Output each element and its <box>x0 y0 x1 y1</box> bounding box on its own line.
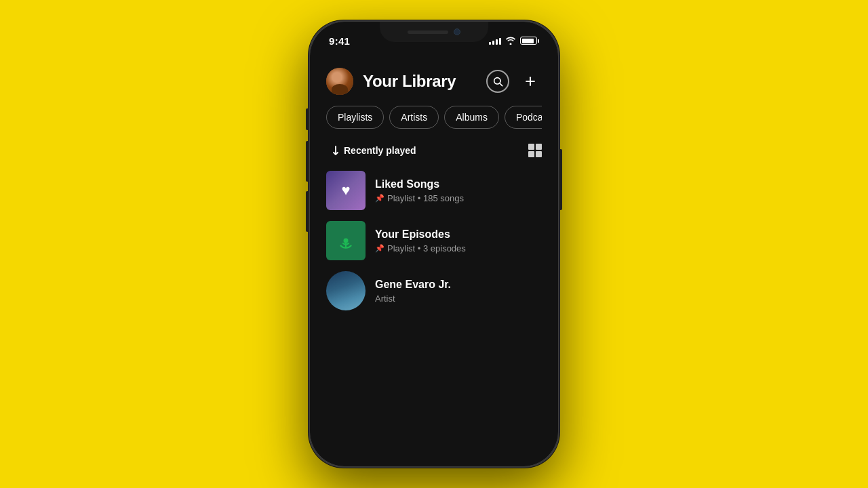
power-button[interactable] <box>559 149 562 210</box>
battery-icon <box>520 37 539 45</box>
liked-songs-info: Liked Songs 📌 Playlist • 185 songs <box>375 178 542 203</box>
search-button[interactable] <box>486 70 509 93</box>
podcast-wave-icon <box>336 231 355 250</box>
liked-songs-thumbnail: ♥ <box>326 171 366 210</box>
artist-image <box>326 271 366 310</box>
library-list: ♥ Liked Songs 📌 Playlist • 185 songs <box>326 165 542 316</box>
artist-thumbnail <box>326 271 366 310</box>
sort-left[interactable]: Recently played <box>326 145 416 156</box>
phone-screen: 9:41 <box>310 22 558 466</box>
main-content: Your Library <box>310 54 558 466</box>
phone-device: 9:41 <box>309 20 559 468</box>
artist-type: Artist <box>375 293 395 304</box>
plus-icon <box>524 75 537 88</box>
liked-songs-name: Liked Songs <box>375 178 542 190</box>
episodes-meta: 📌 Playlist • 3 episodes <box>375 243 542 253</box>
status-time: 9:41 <box>329 35 350 47</box>
page-title: Your Library <box>363 72 456 91</box>
sort-bar: Recently played <box>326 134 542 165</box>
status-icons <box>489 37 539 45</box>
grid-view-button[interactable] <box>528 144 542 157</box>
list-item[interactable]: ♥ Liked Songs 📌 Playlist • 185 songs <box>326 165 542 216</box>
list-item[interactable]: Your Episodes 📌 Playlist • 3 episodes <box>326 216 542 266</box>
liked-songs-meta: 📌 Playlist • 185 songs <box>375 193 542 203</box>
tab-playlists[interactable]: Playlists <box>326 106 384 129</box>
phone-frame: 9:41 <box>309 20 559 468</box>
wifi-icon <box>505 37 516 45</box>
avatar-image <box>326 68 353 95</box>
episodes-type: Playlist • 3 episodes <box>387 243 466 253</box>
header-left: Your Library <box>326 68 456 95</box>
tab-albums[interactable]: Albums <box>444 106 499 129</box>
notch <box>380 22 488 42</box>
search-icon <box>492 76 503 87</box>
filter-tabs: Playlists Artists Albums Podcasts & Sho… <box>326 106 542 134</box>
avatar[interactable] <box>326 68 353 95</box>
library-header: Your Library <box>326 60 542 106</box>
heart-icon: ♥ <box>341 182 350 199</box>
artist-name: Gene Evaro Jr. <box>375 279 542 291</box>
pin-icon: 📌 <box>375 194 384 203</box>
header-actions <box>486 70 542 93</box>
svg-line-1 <box>500 83 502 86</box>
pin-icon: 📌 <box>375 244 384 253</box>
episodes-info: Your Episodes 📌 Playlist • 3 episodes <box>375 228 542 253</box>
artist-info: Gene Evaro Jr. Artist <box>375 279 542 304</box>
sort-arrows-icon <box>326 146 338 155</box>
add-button[interactable] <box>519 70 542 93</box>
front-camera <box>454 28 460 35</box>
tab-artists[interactable]: Artists <box>389 106 439 129</box>
episodes-name: Your Episodes <box>375 228 542 241</box>
artist-meta: Artist <box>375 293 542 304</box>
episodes-thumbnail <box>326 221 366 260</box>
sort-label: Recently played <box>344 145 416 156</box>
speaker-grill <box>408 30 448 34</box>
tab-podcasts[interactable]: Podcasts & Sho… <box>505 106 542 129</box>
list-item[interactable]: Gene Evaro Jr. Artist <box>326 266 542 316</box>
signal-strength-icon <box>489 37 501 45</box>
liked-songs-type: Playlist • 185 songs <box>387 193 464 203</box>
